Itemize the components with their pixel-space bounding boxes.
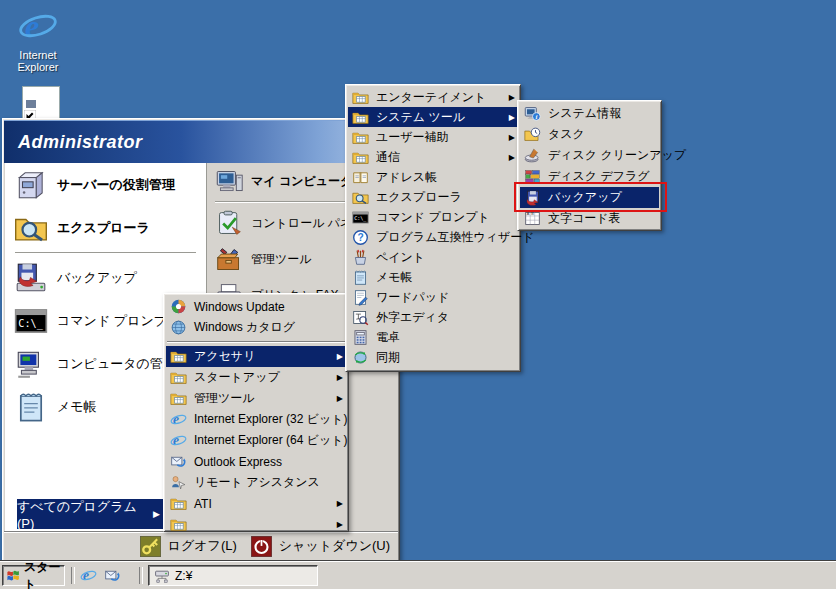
menu-item-paint[interactable]: ペイント	[348, 247, 518, 267]
menu-item-label: コマンド プロンプト	[57, 312, 180, 330]
menu-item-label: リモート アシスタンス	[194, 474, 344, 491]
desktop-icon-internet-explorer[interactable]: e Internet Explorer	[6, 6, 70, 73]
menu-item-wordpad[interactable]: ワードパッド	[348, 287, 518, 307]
menu-item-backup[interactable]: バックアップ	[520, 187, 659, 208]
svg-text:B: B	[531, 212, 534, 216]
menu-item-ie-64bit[interactable]: eInternet Explorer (64 ビット)	[166, 430, 346, 451]
logged-in-user: Administrator	[4, 132, 143, 153]
logoff-label: ログオフ(L)	[168, 537, 237, 555]
menu-item-charmap[interactable]: AB文字コード表	[520, 208, 659, 229]
menu-item-label: コマンド プロンプト	[376, 209, 516, 226]
menu-item-server-role-management[interactable]: サーバーの役割管理	[5, 163, 206, 206]
menu-item-communications[interactable]: 通信▶	[348, 147, 518, 167]
menu-item-label: ディスク クリーンアップ	[548, 147, 686, 164]
remote-assist-icon	[170, 474, 187, 491]
quicklaunch-outlook-express-icon[interactable]	[104, 567, 121, 584]
ie-icon: e	[170, 411, 187, 428]
menu-item-label: Outlook Express	[194, 455, 344, 469]
submenu-arrow-icon: ▶	[333, 394, 344, 403]
svg-text:A: A	[527, 212, 530, 216]
internet-explorer-icon: e	[18, 6, 58, 46]
menu-item-label: アドレス帳	[376, 169, 516, 186]
notepad-icon	[352, 269, 369, 286]
menu-item-label: タスク	[548, 126, 657, 143]
menu-item-label: 文字コード表	[548, 210, 657, 227]
start-button[interactable]: スタート	[2, 565, 65, 586]
char-editor-icon	[352, 309, 369, 326]
menu-item-admin-tools-group[interactable]: 管理ツール▶	[166, 388, 346, 409]
backup-icon	[524, 189, 541, 206]
windows-flag-icon	[6, 567, 20, 584]
menu-item-label: 管理ツール	[251, 251, 312, 268]
menu-item-notepad[interactable]: メモ帳	[348, 267, 518, 287]
menu-item-label: プログラム互換性ウィザード	[376, 229, 535, 246]
menu-item-accessibility[interactable]: ユーザー補助▶	[348, 127, 518, 147]
svg-text:e: e	[83, 568, 89, 583]
svg-text:?: ?	[358, 232, 364, 243]
logoff-button[interactable]: ログオフ(L)	[140, 536, 237, 557]
menu-item-label: 管理ツール	[194, 390, 333, 407]
submenu-arrow-icon: ▶	[333, 520, 344, 529]
menu-item-ie-32bit[interactable]: eInternet Explorer (32 ビット)	[166, 409, 346, 430]
start-menu-header: Administrator	[4, 120, 398, 163]
shutdown-button[interactable]: シャットダウン(U)	[251, 536, 390, 557]
menu-item-label: メモ帳	[57, 398, 97, 416]
system-tools-menu: iシステム情報タスクディスク クリーンアップディスク デフラグバックアップAB文…	[517, 100, 662, 231]
menu-item-label: スタートアップ	[194, 369, 333, 386]
menu-item-label: Internet Explorer (64 ビット)	[194, 432, 348, 449]
menu-item-disk-cleanup[interactable]: ディスク クリーンアップ	[520, 145, 659, 166]
task-button-z-drive[interactable]: Z:¥	[148, 565, 318, 586]
menu-item-explorer[interactable]: エクスプローラ	[5, 206, 206, 249]
menu-item-windows-update[interactable]: Windows Update	[166, 296, 346, 317]
menu-item-entertainment[interactable]: エンターテイメント▶	[348, 87, 518, 107]
menu-item-tasks[interactable]: タスク	[520, 124, 659, 145]
menu-item-label: ディスク デフラグ	[548, 168, 657, 185]
charmap-icon: AB	[524, 210, 541, 227]
task-button-label: Z:¥	[175, 569, 192, 583]
all-programs-menu: Windows UpdateWindows カタログアクセサリ▶スタートアップ▶…	[163, 293, 349, 532]
outlook-icon	[170, 453, 187, 470]
compat-icon: ?	[352, 229, 369, 246]
sync-icon	[352, 349, 369, 366]
separator	[15, 252, 196, 253]
menu-item-label: コンピュータの管理	[57, 355, 176, 373]
logoff-key-icon	[140, 536, 161, 557]
menu-item-accessories[interactable]: アクセサリ▶	[166, 346, 346, 367]
menu-item-label: アクセサリ	[194, 348, 333, 365]
menu-item-unnamed-folder[interactable]: ▶	[166, 514, 346, 535]
svg-text:e: e	[173, 412, 179, 427]
menu-item-program-compat-wizard[interactable]: ?プログラム互換性ウィザード	[348, 227, 518, 247]
quicklaunch-internet-explorer-icon[interactable]: e	[80, 567, 97, 584]
shutdown-label: シャットダウン(U)	[279, 537, 390, 555]
folder-group-icon	[352, 129, 369, 146]
menu-item-remote-assistance[interactable]: リモート アシスタンス	[166, 472, 346, 493]
menu-item-sync[interactable]: 同期	[348, 347, 518, 367]
menu-item-address-book[interactable]: アドレス帳	[348, 167, 518, 187]
menu-item-calculator[interactable]: 電卓	[348, 327, 518, 347]
submenu-arrow-icon: ▶	[505, 93, 516, 102]
menu-item-startup[interactable]: スタートアップ▶	[166, 367, 346, 388]
menu-item-windows-catalog[interactable]: Windows カタログ	[166, 317, 346, 338]
start-button-label: スタート	[24, 559, 64, 589]
all-programs-label: すべてのプログラム(P)	[17, 498, 146, 531]
menu-item-command-prompt[interactable]: C:\_コマンド プロンプト	[348, 207, 518, 227]
menu-item-label: ペイント	[376, 249, 516, 266]
folder-group-icon	[352, 109, 369, 126]
svg-text:i: i	[535, 113, 537, 120]
menu-item-ati[interactable]: ATI▶	[166, 493, 346, 514]
menu-item-system-tools[interactable]: システム ツール▶	[348, 107, 518, 127]
computer-mgmt-icon	[14, 347, 48, 381]
menu-item-outlook-express[interactable]: Outlook Express	[166, 451, 346, 472]
menu-item-explorer[interactable]: エクスプローラ	[348, 187, 518, 207]
all-programs-button[interactable]: すべてのプログラム(P) ▶	[17, 499, 166, 529]
start-menu-bottom-bar: ログオフ(L) シャットダウン(U)	[4, 531, 398, 560]
ie-icon: e	[170, 432, 187, 449]
submenu-arrow-icon: ▶	[333, 373, 344, 382]
address-book-icon	[352, 169, 369, 186]
menu-item-system-info[interactable]: iシステム情報	[520, 103, 659, 124]
folder-group-icon	[170, 495, 187, 512]
menu-item-label: エクスプローラ	[57, 219, 150, 237]
folder-group-icon	[170, 348, 187, 365]
menu-item-disk-defrag[interactable]: ディスク デフラグ	[520, 166, 659, 187]
menu-item-char-editor[interactable]: 外字エディタ	[348, 307, 518, 327]
